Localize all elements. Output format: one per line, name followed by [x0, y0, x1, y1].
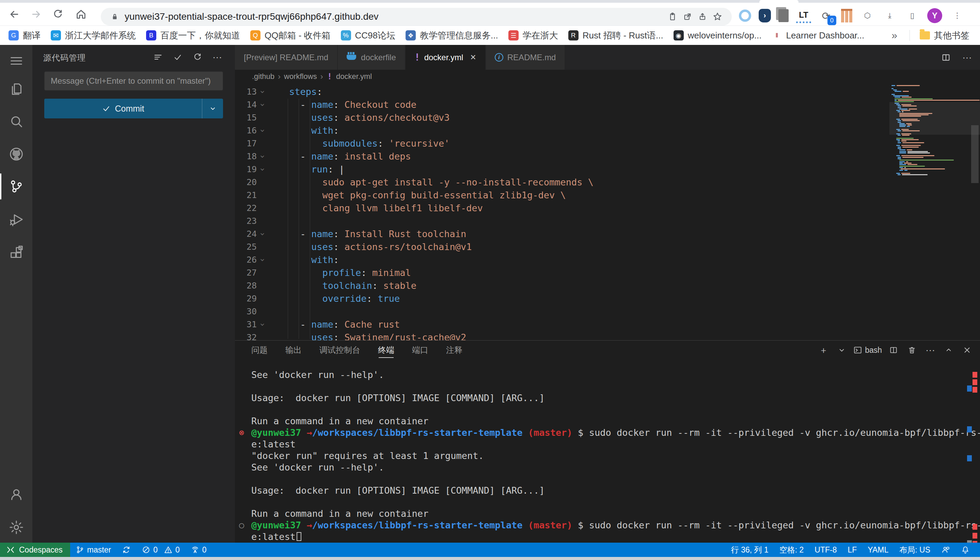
commit-button-main[interactable]: Commit [44, 99, 202, 118]
panel-tab[interactable]: 输出 [285, 340, 302, 360]
sidebar-item-extensions[interactable] [0, 242, 32, 264]
account-button[interactable] [0, 483, 32, 505]
commit-button[interactable]: Commit [44, 99, 223, 118]
notifications-button[interactable] [955, 543, 975, 557]
branch-indicator[interactable]: master [70, 543, 117, 557]
terminal-dropdown-button[interactable] [835, 343, 849, 358]
eol-indicator[interactable]: LF [842, 543, 862, 557]
more-actions-button[interactable]: ··· [210, 50, 225, 65]
pages-extension-icon[interactable] [778, 9, 789, 22]
extensions-puzzle-icon[interactable]: ⬡ [860, 8, 875, 23]
sync-button[interactable] [117, 543, 136, 557]
bookmark-item[interactable]: %CC98论坛 [336, 28, 400, 43]
maximize-panel-button[interactable] [942, 343, 955, 358]
home-button[interactable] [73, 6, 89, 22]
sidebar-item-explorer[interactable] [0, 78, 32, 100]
fold-icon[interactable]: › [256, 87, 269, 96]
fold-icon[interactable]: › [256, 320, 269, 329]
url-text[interactable]: yunwei37-potential-space-trout-rpr5qwj66… [125, 11, 665, 22]
terminal-content[interactable]: See 'docker run --help'.Usage: docker ru… [235, 360, 980, 543]
split-terminal-button[interactable] [887, 343, 900, 358]
shield-extension-icon[interactable]: › [759, 9, 771, 22]
kill-terminal-button[interactable] [905, 343, 919, 358]
new-terminal-button[interactable]: ＋ [816, 343, 830, 358]
panel-more-actions-button[interactable]: ··· [923, 343, 937, 358]
panel-tab[interactable]: 终端 [378, 340, 394, 360]
other-bookmarks-button[interactable]: 其他书签 [915, 28, 975, 43]
commit-check-button[interactable] [170, 50, 185, 65]
forward-button[interactable] [28, 6, 44, 22]
panel-tab[interactable]: 注释 [446, 340, 462, 360]
feedback-button[interactable] [936, 543, 955, 557]
language-indicator[interactable]: YAML [862, 543, 894, 557]
blue-ring-extension-icon[interactable] [739, 10, 751, 22]
fold-icon[interactable]: › [256, 152, 269, 161]
fold-icon[interactable]: › [256, 126, 269, 135]
menu-kebab-icon[interactable]: ⋮ [950, 8, 965, 23]
close-icon[interactable]: ✕ [470, 53, 476, 62]
bookmark-item[interactable]: ‖Learner Dashboar... [766, 28, 869, 43]
panel-tab[interactable]: 调试控制台 [319, 340, 360, 360]
breadcrumb-item[interactable]: docker.yml [336, 72, 372, 81]
languagetool-extension-icon[interactable]: LT [796, 8, 811, 23]
menu-button[interactable] [0, 50, 32, 72]
ports-indicator[interactable]: 0 [185, 543, 212, 557]
bookmark-item[interactable]: G翻译 [3, 28, 46, 43]
commit-dropdown-button[interactable] [202, 99, 223, 118]
sidebar-toggle-icon[interactable]: ▯ [905, 8, 920, 23]
panel-tab[interactable]: 端口 [412, 340, 428, 360]
sidebar-item-run-debug[interactable] [0, 208, 32, 231]
bookmark-item[interactable]: ✉浙江大学邮件系统 [46, 28, 141, 43]
sidebar-item-source-control[interactable] [0, 175, 32, 198]
fold-icon[interactable]: › [256, 165, 269, 174]
commit-message-input[interactable] [44, 72, 223, 90]
clipboard-icon[interactable] [665, 9, 680, 24]
minimap-slider[interactable] [890, 102, 980, 135]
view-sort-button[interactable] [151, 50, 166, 65]
minimap-token [898, 147, 901, 148]
fold-icon[interactable]: › [256, 230, 269, 238]
share-icon[interactable] [695, 9, 710, 24]
bookmark-item[interactable]: QQQ邮箱 - 收件箱 [245, 28, 336, 43]
star-icon[interactable] [710, 9, 725, 24]
sync-extension-icon[interactable]: ⟳0 [819, 8, 834, 23]
back-button[interactable] [6, 6, 22, 22]
profile-avatar[interactable]: Y [927, 8, 942, 23]
editor-tab[interactable]: !docker.yml✕ [406, 45, 486, 70]
bookmark-item[interactable]: RRust 招聘 - Rust语... [563, 28, 669, 43]
open-in-new-icon[interactable] [680, 9, 695, 24]
refresh-button[interactable] [190, 50, 205, 65]
sidebar-item-search[interactable] [0, 110, 32, 133]
encoding-indicator[interactable]: UTF-8 [809, 543, 842, 557]
reload-button[interactable] [50, 6, 66, 22]
remote-indicator[interactable]: Codespaces [0, 543, 70, 557]
sidebar-item-github[interactable] [0, 143, 32, 165]
bookmark-item[interactable]: ◉weloveinterns/op... [669, 28, 767, 43]
editor-tab[interactable]: dockerfile [338, 45, 406, 70]
editor-tab[interactable]: [Preview] README.md [235, 45, 338, 70]
bookmark-item[interactable]: ☰学在浙大 [503, 28, 563, 43]
bookmark-item[interactable]: B百度一下，你就知道 [141, 28, 245, 43]
cursor-position[interactable]: 行 36, 列 1 [726, 543, 774, 557]
indentation-indicator[interactable]: 空格: 2 [774, 543, 809, 557]
breadcrumb-item[interactable]: .github [252, 72, 274, 81]
breadcrumb-item[interactable]: workflows [284, 72, 317, 81]
terminal-instance-item[interactable]: bash [853, 343, 882, 358]
panel-tab[interactable]: 问题 [251, 340, 268, 360]
settings-button[interactable] [0, 516, 32, 538]
code-editor[interactable]: 13› steps:14› - name: Checkout code15 us… [235, 83, 980, 340]
fold-icon[interactable]: › [256, 100, 269, 109]
close-panel-button[interactable] [960, 343, 974, 358]
bookmarks-overflow-chevron[interactable]: » [884, 30, 905, 41]
editor-more-actions-button[interactable]: ··· [960, 50, 975, 65]
keyboard-layout-indicator[interactable]: 布局: US [894, 543, 936, 557]
address-bar[interactable]: yunwei37-potential-space-trout-rpr5qwj66… [101, 8, 732, 25]
split-editor-button[interactable] [938, 50, 953, 65]
crayons-extension-icon[interactable] [841, 9, 852, 22]
downloads-icon[interactable]: ⤓ [882, 8, 897, 23]
editor-tab[interactable]: iREADME.md [486, 45, 565, 70]
fold-icon[interactable]: › [256, 255, 269, 264]
bookmark-item[interactable]: ❖教学管理信息服务... [400, 28, 503, 43]
problems-indicator[interactable]: 0 0 [136, 543, 185, 557]
editor-scrollbar[interactable] [971, 125, 978, 183]
